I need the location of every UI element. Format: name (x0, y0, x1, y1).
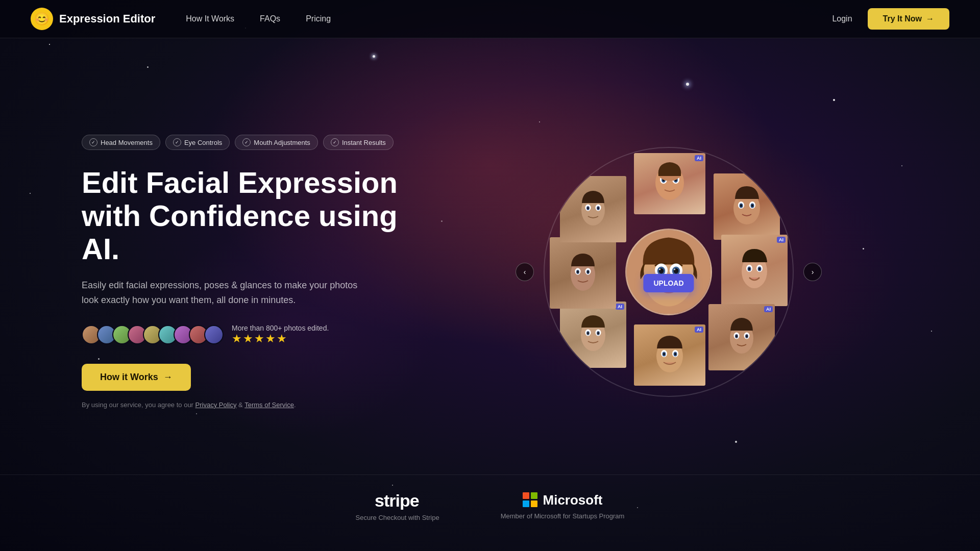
check-icon-4: ✓ (331, 138, 339, 146)
svg-point-62 (659, 268, 660, 270)
face-segment-top: AI (634, 153, 705, 214)
stripe-logo: stripe (375, 490, 421, 510)
pill-mouth-adjustments[interactable]: ✓ Mouth Adjustments (235, 135, 318, 150)
nav-right: Login Try It Now → (832, 8, 949, 30)
ms-blue-square (523, 500, 529, 507)
ms-green-square (531, 492, 537, 499)
svg-point-32 (663, 353, 665, 355)
hero-title: Edit Facial Expression with Confidence u… (82, 166, 439, 266)
nav-link-how-it-works[interactable]: How It Works (186, 14, 234, 23)
logo-icon: 😊 (31, 8, 53, 30)
hero-section: ✓ Head Movements ✓ Eye Controls ✓ Mouth … (0, 38, 980, 474)
ai-badge-top: AI (695, 155, 703, 161)
svg-point-46 (577, 271, 578, 273)
svg-text:stripe: stripe (375, 491, 419, 510)
face-segment-top-right: AI (714, 173, 780, 240)
avatars-row (82, 325, 224, 344)
proof-info: More than 800+ photos edited. ★★★★★ (232, 324, 329, 345)
ms-red-square (523, 492, 529, 499)
ai-badge-top-right: AI (769, 176, 778, 182)
cta-arrow-icon: → (163, 372, 173, 383)
svg-point-39 (587, 332, 589, 334)
how-it-works-button[interactable]: How it Works → (82, 364, 191, 391)
proof-text: More than 800+ photos edited. (232, 324, 329, 332)
nav-links: How It Works FAQs Pricing (186, 14, 832, 23)
face-segment-bottom-left: AI (560, 302, 626, 368)
carousel-next-button[interactable]: › (803, 263, 822, 281)
nav-link-faqs[interactable]: FAQs (260, 14, 280, 23)
pill-instant-results[interactable]: ✓ Instant Results (323, 135, 394, 150)
hero-left: ✓ Head Movements ✓ Eye Controls ✓ Mouth … (82, 135, 439, 408)
svg-point-14 (751, 204, 753, 206)
svg-point-21 (758, 268, 761, 270)
stripe-wordmark: stripe (375, 490, 421, 510)
social-proof: More than 800+ photos edited. ★★★★★ (82, 324, 439, 345)
microsoft-sub-text: Member of Microsoft for Startups Program (501, 512, 625, 520)
face-segment-bottom-right: AI (708, 304, 775, 370)
microsoft-logo: Microsoft (523, 492, 603, 508)
microsoft-grid-icon (523, 492, 538, 508)
feature-pills: ✓ Head Movements ✓ Eye Controls ✓ Mouth … (82, 135, 439, 150)
ai-badge-bottom: AI (695, 327, 703, 333)
check-icon-1: ✓ (89, 138, 97, 146)
microsoft-logo-item: Microsoft Member of Microsoft for Startu… (501, 492, 625, 520)
face-segment-right: AI (721, 235, 788, 306)
center-face (625, 229, 712, 315)
try-it-now-button[interactable]: Try It Now → (868, 8, 949, 30)
ai-badge-bottom-left: AI (616, 304, 624, 310)
svg-point-28 (746, 335, 747, 337)
svg-point-11 (740, 204, 742, 206)
svg-point-53 (587, 207, 589, 209)
nav-logo[interactable]: 😊 Expression Editor (31, 8, 155, 30)
login-button[interactable]: Login (832, 14, 852, 23)
ai-badge-bottom-right: AI (764, 306, 773, 312)
avatar-9 (204, 325, 224, 344)
collage-container: AI (541, 144, 796, 399)
ms-yellow-square (531, 500, 537, 507)
check-icon-2: ✓ (173, 138, 181, 146)
hero-subtitle: Easily edit facial expressions, poses & … (82, 278, 368, 308)
ai-badge-right: AI (777, 237, 786, 243)
pill-head-movements[interactable]: ✓ Head Movements (82, 135, 160, 150)
svg-point-18 (748, 268, 750, 270)
nav-link-pricing[interactable]: Pricing (306, 14, 331, 23)
svg-point-49 (587, 271, 589, 273)
face-segment-bottom: AI (634, 324, 705, 386)
svg-point-25 (736, 335, 737, 337)
microsoft-name: Microsoft (543, 492, 603, 508)
hero-right: AI (439, 144, 898, 399)
face-segment-top-left (560, 176, 626, 242)
logos-section: stripe Secure Checkout with Stripe Micro… (0, 474, 980, 537)
svg-point-35 (674, 353, 676, 355)
navbar: 😊 Expression Editor How It Works FAQs Pr… (0, 0, 980, 38)
terms-of-service-link[interactable]: Terms of Service (244, 401, 294, 409)
terms-text: By using our service, you agree to our P… (82, 401, 439, 409)
brand-name: Expression Editor (59, 12, 155, 26)
stars-rating: ★★★★★ (232, 332, 329, 345)
arrow-icon: → (926, 14, 934, 23)
svg-point-56 (597, 207, 599, 209)
privacy-policy-link[interactable]: Privacy Policy (195, 401, 237, 409)
pill-eye-controls[interactable]: ✓ Eye Controls (165, 135, 230, 150)
carousel-prev-button[interactable]: ‹ (516, 263, 534, 281)
upload-button[interactable]: UPLOAD (643, 274, 694, 292)
stripe-sub-text: Secure Checkout with Stripe (356, 514, 439, 521)
svg-point-66 (674, 268, 675, 270)
face-segment-left (550, 237, 616, 309)
check-icon-3: ✓ (242, 138, 251, 146)
stripe-logo-item: stripe Secure Checkout with Stripe (356, 490, 439, 521)
svg-point-42 (597, 332, 599, 334)
